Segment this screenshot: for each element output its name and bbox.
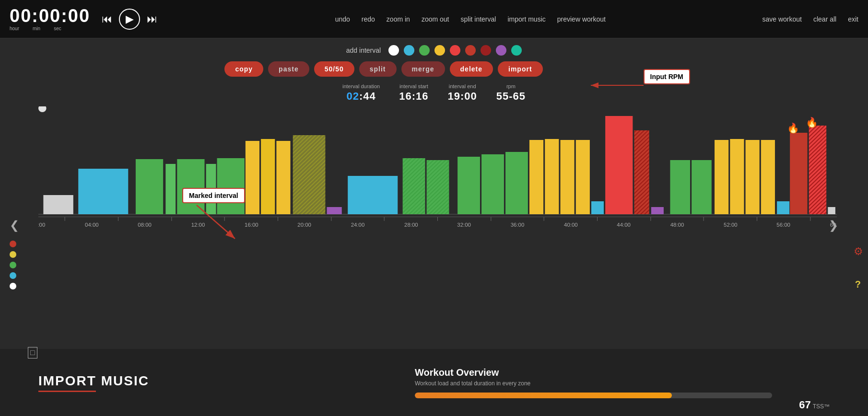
svg-rect-30 — [605, 116, 633, 214]
add-interval-label: add interval — [346, 46, 381, 54]
split-button[interactable]: split — [359, 61, 397, 77]
save-workout-button[interactable]: save workout — [762, 15, 801, 23]
color-dot-yellow[interactable] — [434, 45, 445, 56]
svg-text:08:00: 08:00 — [138, 222, 152, 228]
main-content: add interval copy paste 50/50 split merg… — [0, 38, 868, 416]
svg-rect-29 — [591, 201, 604, 214]
svg-rect-17 — [348, 176, 398, 214]
exit-button[interactable]: exit — [848, 15, 858, 23]
duration-label: interval duration — [342, 83, 380, 89]
clear-all-button[interactable]: clear all — [813, 15, 836, 23]
color-dot-dark-red[interactable] — [481, 45, 491, 56]
svg-rect-25 — [529, 140, 543, 214]
import-music-underline — [38, 391, 96, 392]
50-50-button[interactable]: 50/50 — [314, 61, 354, 77]
copy-button[interactable]: copy — [224, 61, 263, 77]
topbar: 00:00:00 hour min sec ⏮ ▶ ⏭ undo redo zo… — [0, 0, 868, 38]
color-dot-orange-red[interactable] — [450, 45, 460, 56]
nav-preview-workout[interactable]: preview workout — [557, 15, 606, 23]
input-rpm-arrow — [586, 81, 648, 105]
thumbnail-toggle[interactable]: □ — [28, 347, 37, 358]
timeline-svg: 00:00 04:00 08:00 12:00 16:00 20:00 24:0… — [38, 217, 837, 231]
zone-indicators — [10, 241, 16, 289]
svg-rect-7 — [165, 164, 176, 214]
settings-icon[interactable]: ⚙ — [854, 245, 863, 258]
rewind-button[interactable]: ⏮ — [100, 11, 114, 27]
transport-controls: ⏮ ▶ ⏭ — [100, 9, 159, 30]
start-value: 16:16 — [399, 90, 428, 103]
paste-button[interactable]: paste — [268, 61, 309, 77]
nav-links: undo redo zoom in zoom out split interva… — [178, 15, 762, 23]
merge-button[interactable]: merge — [401, 61, 445, 77]
interval-duration-col: interval duration 02:44 — [342, 83, 380, 103]
bottom-section: IMPORT MUSIC Workout Overview Workout lo… — [0, 349, 868, 416]
svg-rect-24 — [505, 152, 528, 214]
svg-text:36:00: 36:00 — [511, 222, 525, 228]
nav-zoom-in[interactable]: zoom in — [387, 15, 410, 23]
workout-overview-title: Workout Overview — [415, 367, 772, 378]
scroll-left-button[interactable]: ❮ — [10, 219, 19, 232]
svg-text:00:00: 00:00 — [38, 222, 45, 228]
tss-label: TSS™ — [813, 403, 830, 410]
svg-rect-33 — [651, 207, 664, 214]
hour-label: hour — [10, 26, 19, 31]
color-dot-white[interactable] — [388, 45, 399, 56]
nav-import-music[interactable]: import music — [507, 15, 545, 23]
interval-start-col: interval start 16:16 — [399, 83, 428, 103]
right-links: save workout clear all exit — [762, 15, 858, 23]
svg-rect-35 — [692, 160, 712, 214]
nav-split-interval[interactable]: split interval — [460, 15, 496, 23]
forward-button[interactable]: ⏭ — [145, 11, 159, 27]
nav-zoom-out[interactable]: zoom out — [422, 15, 449, 23]
svg-rect-43 — [809, 126, 826, 214]
nav-undo[interactable]: undo — [335, 15, 350, 23]
svg-rect-39 — [761, 140, 775, 214]
svg-rect-5 — [78, 169, 128, 214]
svg-rect-40 — [777, 201, 789, 214]
action-buttons-row: copy paste 50/50 split merge delete impo… — [0, 58, 868, 81]
svg-rect-15 — [293, 135, 326, 214]
svg-text:🔥: 🔥 — [806, 116, 819, 128]
play-button[interactable]: ▶ — [119, 9, 140, 30]
zone-dot-red — [10, 241, 16, 247]
svg-text:24:00: 24:00 — [351, 222, 365, 228]
svg-rect-11 — [246, 141, 259, 214]
delete-button[interactable]: delete — [450, 61, 493, 77]
import-button[interactable]: import — [498, 61, 543, 77]
svg-rect-23 — [481, 154, 504, 214]
color-dot-red[interactable] — [465, 45, 476, 56]
nav-redo[interactable]: redo — [362, 15, 375, 23]
svg-text:12:00: 12:00 — [191, 222, 205, 228]
svg-text:20:00: 20:00 — [297, 222, 311, 228]
svg-text:48:00: 48:00 — [670, 222, 684, 228]
progress-bar-fill — [415, 393, 672, 398]
duration-highlight: 02 — [346, 90, 359, 102]
svg-rect-21 — [427, 160, 449, 214]
color-dot-purple[interactable] — [496, 45, 506, 56]
input-rpm-annotation: Input RPM — [644, 69, 690, 84]
svg-text:56:00: 56:00 — [776, 222, 790, 228]
color-dot-teal[interactable] — [511, 45, 522, 56]
svg-rect-6 — [136, 159, 163, 214]
rpm-label: rpm — [506, 83, 516, 89]
progress-bar-container — [415, 393, 772, 398]
rpm-value: 55-65 — [496, 90, 526, 103]
svg-rect-32 — [634, 130, 649, 214]
tss-value: 67 — [799, 399, 810, 411]
svg-text:60:00: 60:00 — [830, 222, 837, 228]
color-dot-green[interactable] — [419, 45, 430, 56]
svg-text:🔥: 🔥 — [787, 122, 800, 134]
end-label: interval end — [449, 83, 476, 89]
duration-value: 02:44 — [346, 90, 375, 103]
svg-rect-16 — [327, 207, 341, 214]
import-music-title: IMPORT MUSIC — [38, 373, 396, 389]
help-icon[interactable]: ? — [855, 279, 861, 290]
svg-point-3 — [38, 106, 47, 112]
import-music-section: IMPORT MUSIC — [38, 349, 396, 416]
workout-chart[interactable]: 🔥 🔥 — [38, 106, 837, 217]
color-dot-blue[interactable] — [404, 45, 414, 56]
svg-rect-41 — [790, 133, 807, 214]
svg-rect-27 — [560, 140, 574, 214]
svg-rect-8 — [177, 159, 204, 214]
svg-text:16:00: 16:00 — [245, 222, 258, 228]
